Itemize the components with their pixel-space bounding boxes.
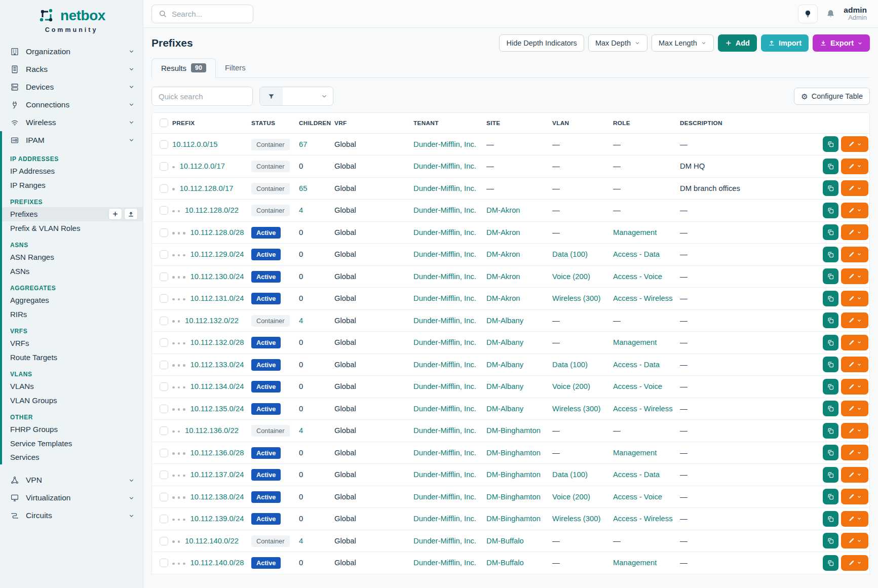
column-header-children[interactable]: CHILDREN <box>299 113 334 133</box>
tenant-link[interactable]: Dunder-Mifflin, Inc. <box>413 493 476 501</box>
sidebar-item-route-targets[interactable]: Route Targets <box>2 350 143 365</box>
prefix-link[interactable]: 10.112.128.0/28 <box>190 228 244 237</box>
edit-dropdown-button[interactable] <box>841 312 868 328</box>
edit-dropdown-button[interactable] <box>841 357 868 372</box>
copy-button[interactable] <box>823 136 838 152</box>
notifications-button[interactable] <box>825 9 836 19</box>
copy-button[interactable] <box>823 203 838 218</box>
row-checkbox[interactable] <box>160 471 168 479</box>
row-checkbox[interactable] <box>160 405 168 413</box>
edit-dropdown-button[interactable] <box>841 379 868 395</box>
column-header-description[interactable]: DESCRIPTION <box>680 113 823 133</box>
prefix-link[interactable]: 10.112.137.0/24 <box>190 471 244 479</box>
row-checkbox[interactable] <box>160 228 168 237</box>
sidebar-item-ipam[interactable]: IPAM <box>2 131 143 149</box>
site-link[interactable]: DM-Binghamton <box>486 426 541 435</box>
max-length-dropdown[interactable]: Max Length <box>652 34 714 52</box>
tenant-link[interactable]: Dunder-Mifflin, Inc. <box>413 140 476 148</box>
edit-dropdown-button[interactable] <box>841 489 868 504</box>
vlan-link[interactable]: Data (100) <box>552 361 588 369</box>
vlan-link[interactable]: Wireless (300) <box>552 515 600 523</box>
tenant-link[interactable]: Dunder-Mifflin, Inc. <box>413 162 476 170</box>
edit-dropdown-button[interactable] <box>841 224 868 240</box>
column-header-status[interactable]: STATUS <box>251 113 299 133</box>
tenant-link[interactable]: Dunder-Mifflin, Inc. <box>413 361 476 369</box>
sidebar-item-ip-ranges[interactable]: IP Ranges <box>2 178 143 192</box>
role-link[interactable]: Access - Wireless <box>613 515 673 523</box>
prefix-link[interactable]: 10.112.0.0/17 <box>180 162 225 170</box>
tenant-link[interactable]: Dunder-Mifflin, Inc. <box>413 338 476 346</box>
quick-add-button[interactable] <box>108 208 122 220</box>
role-link[interactable]: Access - Voice <box>613 382 662 390</box>
row-checkbox[interactable] <box>160 426 168 435</box>
vlan-link[interactable]: Data (100) <box>552 471 588 479</box>
vlan-link[interactable]: Voice (200) <box>552 272 590 281</box>
edit-dropdown-button[interactable] <box>841 401 868 416</box>
edit-dropdown-button[interactable] <box>841 159 868 174</box>
copy-button[interactable] <box>823 445 838 460</box>
prefix-link[interactable]: 10.112.140.0/22 <box>185 537 239 545</box>
row-checkbox[interactable] <box>160 294 168 303</box>
prefix-link[interactable]: 10.112.128.0/17 <box>180 184 234 192</box>
edit-dropdown-button[interactable] <box>841 511 868 527</box>
copy-button[interactable] <box>823 224 838 240</box>
role-link[interactable]: Access - Voice <box>613 272 662 281</box>
role-link[interactable]: Management <box>613 338 657 346</box>
copy-button[interactable] <box>823 511 838 527</box>
sidebar-item-ip-addresses[interactable]: IP Addresses <box>2 164 143 178</box>
sidebar-item-vrfs[interactable]: VRFs <box>2 336 143 350</box>
tenant-link[interactable]: Dunder-Mifflin, Inc. <box>413 537 476 545</box>
tenant-link[interactable]: Dunder-Mifflin, Inc. <box>413 250 476 258</box>
row-checkbox[interactable] <box>160 559 168 567</box>
row-checkbox[interactable] <box>160 338 168 347</box>
sidebar-item-asns[interactable]: ASNs <box>2 264 143 279</box>
site-link[interactable]: DM-Buffalo <box>486 537 524 545</box>
site-link[interactable]: DM-Albany <box>486 317 523 325</box>
prefix-link[interactable]: 10.112.131.0/24 <box>190 294 244 302</box>
max-depth-dropdown[interactable]: Max Depth <box>588 34 647 52</box>
children-link[interactable]: 4 <box>299 317 303 325</box>
copy-button[interactable] <box>823 555 838 571</box>
row-checkbox[interactable] <box>160 493 168 501</box>
prefix-link[interactable]: 10.112.138.0/24 <box>190 493 244 501</box>
column-header-vrf[interactable]: VRF <box>334 113 413 133</box>
role-link[interactable]: Access - Voice <box>613 493 662 501</box>
sidebar-item-rirs[interactable]: RIRs <box>2 307 143 322</box>
edit-dropdown-button[interactable] <box>841 467 868 483</box>
site-link[interactable]: DM-Akron <box>486 250 520 258</box>
role-link[interactable]: Access - Data <box>613 471 660 479</box>
site-link[interactable]: DM-Albany <box>486 361 523 369</box>
role-link[interactable]: Management <box>613 449 657 457</box>
column-header-site[interactable]: SITE <box>486 113 552 133</box>
sidebar-item-vlan-groups[interactable]: VLAN Groups <box>2 394 143 408</box>
edit-dropdown-button[interactable] <box>841 203 868 218</box>
tenant-link[interactable]: Dunder-Mifflin, Inc. <box>413 184 476 192</box>
theme-toggle-button[interactable] <box>798 5 818 23</box>
edit-dropdown-button[interactable] <box>841 291 868 306</box>
prefix-link[interactable]: 10.112.140.0/28 <box>190 559 244 567</box>
sidebar-item-service-templates[interactable]: Service Templates <box>2 437 143 451</box>
tenant-link[interactable]: Dunder-Mifflin, Inc. <box>413 317 476 325</box>
row-checkbox[interactable] <box>160 272 168 281</box>
vlan-link[interactable]: Voice (200) <box>552 493 590 501</box>
children-link[interactable]: 4 <box>299 206 303 214</box>
tenant-link[interactable]: Dunder-Mifflin, Inc. <box>413 426 476 435</box>
tenant-link[interactable]: Dunder-Mifflin, Inc. <box>413 206 476 214</box>
quick-search-input[interactable] <box>151 87 253 106</box>
tenant-link[interactable]: Dunder-Mifflin, Inc. <box>413 559 476 567</box>
copy-button[interactable] <box>823 180 838 196</box>
sidebar-item-aggregates[interactable]: Aggregates <box>2 293 143 307</box>
site-link[interactable]: DM-Binghamton <box>486 515 541 523</box>
vlan-link[interactable]: Data (100) <box>552 250 588 258</box>
row-checkbox[interactable] <box>160 206 168 215</box>
row-checkbox[interactable] <box>160 184 168 193</box>
edit-dropdown-button[interactable] <box>841 423 868 439</box>
tenant-link[interactable]: Dunder-Mifflin, Inc. <box>413 382 476 390</box>
sidebar-item-circuits[interactable]: Circuits <box>0 507 143 525</box>
children-link[interactable]: 67 <box>299 140 307 148</box>
row-checkbox[interactable] <box>160 317 168 325</box>
role-link[interactable]: Management <box>613 559 657 567</box>
edit-dropdown-button[interactable] <box>841 335 868 350</box>
sidebar-item-vlans[interactable]: VLANs <box>2 379 143 394</box>
prefix-link[interactable]: 10.112.132.0/28 <box>190 338 244 346</box>
